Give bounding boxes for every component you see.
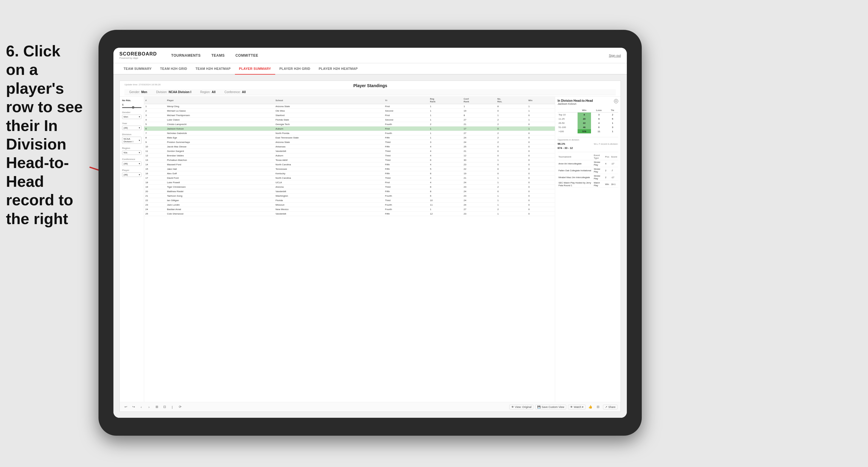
table-row[interactable]: 7 Nicholas Gabrelcik North Florida Fourt…: [144, 131, 555, 135]
player-section: Player (All) ▾: [122, 169, 142, 177]
dashboard: Update time: 27/03/2024 16:56:26 Player …: [119, 81, 621, 412]
h2h-rank-table: Win Loss Tie Top 10 8 3 2: [558, 108, 618, 133]
col-school: School: [274, 97, 384, 104]
table-row[interactable]: 19 Tiger Christensen Arizona Third 8 23 …: [144, 185, 555, 189]
no-rds-section: No Rds. 6: [122, 99, 142, 108]
sub-nav: TEAM SUMMARY TEAM H2H GRID TEAM H2H HEAT…: [114, 63, 627, 74]
table-row[interactable]: 21 Taehoon Song Washington Fourth 6 23 1…: [144, 194, 555, 198]
h2h-close-button[interactable]: ✕: [614, 99, 618, 103]
view-original-button[interactable]: 👁 View: Original: [509, 405, 533, 409]
table-row[interactable]: 8 Mats Ege East Tennessee State Fifth 1 …: [144, 135, 555, 140]
player-label: Player: [122, 169, 142, 172]
table-row[interactable]: 14 Maxwell Ford North Carolina Fifth 4 2…: [144, 162, 555, 167]
division-select[interactable]: NCAA Division I ▾: [122, 137, 142, 144]
separator-btn: |: [169, 404, 175, 410]
col-reg-rank: RegRank: [429, 97, 463, 104]
table-row[interactable]: 26-50 22 4 1: [558, 121, 618, 125]
h2h-col-tie: Tie: [607, 108, 618, 113]
col-conf-rank: ConfRank: [462, 97, 496, 104]
list-item[interactable]: SEC Match Play Hosted by Jerry Pata Roun…: [558, 181, 618, 188]
subnav-player-h2h-grid[interactable]: PLAYER H2H GRID: [275, 63, 315, 74]
table-row[interactable]: 10 Jacob Mac Diesse Arkansas Fifth 4 25 …: [144, 145, 555, 149]
region-select[interactable]: N/a ▾: [122, 150, 142, 155]
nav-committee[interactable]: COMMITTEE: [230, 48, 264, 63]
table-row[interactable]: 20 Matthew Riedel Vanderbilt Fifth 8 24 …: [144, 189, 555, 194]
col-tournament: Tournament: [558, 153, 593, 160]
table-row[interactable]: 25 Cole Sherwood Vanderbilt Fifth 12 23 …: [144, 212, 555, 216]
table-row[interactable]: 2 Michael La Sasso Ole Miss Second 1 19 …: [144, 108, 555, 113]
table-row[interactable]: >100 578 11 1: [558, 129, 618, 133]
dashboard-header: Update time: 27/03/2024 16:56:26 Player …: [120, 81, 621, 97]
col-yr: Yr: [384, 97, 429, 104]
table-row[interactable]: 12 Brendan Valdes Auburn Third 4 12 0 0: [144, 153, 555, 158]
table-row[interactable]: 11-25 20 9 5: [558, 117, 618, 121]
back-button[interactable]: ‹: [138, 404, 144, 410]
table-row[interactable]: 1 Wenyi Ding Arizona State First 1 1 8 1: [144, 104, 555, 108]
conference-select[interactable]: (All) ▾: [122, 161, 142, 166]
refresh-button[interactable]: ⟳: [177, 404, 183, 410]
nav-teams[interactable]: TEAMS: [206, 48, 230, 63]
list-item[interactable]: Amer Ari Intercollegiate Stroke Play 4 -…: [558, 160, 618, 167]
main-content: Update time: 27/03/2024 16:56:26 Player …: [114, 74, 627, 418]
gender-select[interactable]: Men ▾: [122, 115, 142, 119]
table-row[interactable]: 17 David Ford North Carolina Third 4 21 …: [144, 176, 555, 180]
save-custom-button[interactable]: 💾 Save Custom View: [535, 405, 566, 409]
copy-button[interactable]: ⊞: [154, 404, 160, 410]
h2h-col-rank: [558, 108, 578, 113]
table-row[interactable]: 6 Jackson Koivun Auburn First 1 17 0 1: [144, 127, 555, 131]
table-row[interactable]: 22 Ian Gilligan Florida Third 10 24 1 0: [144, 198, 555, 203]
table-row[interactable]: 51-100 46 6 3: [558, 125, 618, 129]
undo-button[interactable]: ↩: [123, 404, 129, 410]
watch-button[interactable]: 👁 Watch ▾: [568, 405, 586, 409]
table-row[interactable]: 5 Christo Lamprecht Georgia Tech Fourth …: [144, 122, 555, 127]
table-row[interactable]: 11 Gordon Sargent Vanderbilt Third 4 21 …: [144, 149, 555, 153]
col-no-rds: No.Rds.: [496, 97, 527, 104]
division-label: Division: [122, 133, 142, 136]
subnav-team-h2h-grid[interactable]: TEAM H2H GRID: [156, 63, 191, 74]
h2h-opponents-row: Opponents in division:: [558, 138, 618, 141]
paste-button[interactable]: ⊡: [161, 404, 167, 410]
subnav-player-summary[interactable]: PLAYER SUMMARY: [235, 63, 275, 74]
year-select[interactable]: (All) ▾: [122, 126, 142, 130]
col-win: Win: [527, 97, 555, 104]
thumbs-up-button[interactable]: 👍: [587, 404, 593, 410]
subnav-player-h2h-heatmap[interactable]: PLAYER H2H HEATMAP: [315, 63, 362, 74]
redo-button[interactable]: ↪: [130, 404, 136, 410]
nav-items: TOURNAMENTS TEAMS COMMITTEE: [166, 48, 609, 63]
nav-right: Sign out: [609, 54, 621, 57]
h2h-col-win: Win: [578, 108, 591, 113]
nav-tournaments[interactable]: TOURNAMENTS: [166, 48, 206, 63]
table-row[interactable]: 4 Luke Claton Florida State Second 1 27 …: [144, 118, 555, 122]
filter-conference: Conference: All: [224, 90, 246, 94]
region-label: Region: [122, 147, 142, 150]
h2h-panel: In Division Head-to-Head Jackson Koivun …: [555, 97, 621, 402]
no-rds-label: No Rds.: [122, 99, 142, 102]
subnav-team-h2h-heatmap[interactable]: TEAM H2H HEATMAP: [191, 63, 235, 74]
h2h-record-row: 674 - 33 - 12: [558, 147, 618, 150]
list-item[interactable]: Fallen Oak Collegiate Invitational Strok…: [558, 167, 618, 174]
filter-division: Division: NCAA Division I: [156, 90, 191, 94]
col-player: Player: [166, 97, 274, 104]
table-row[interactable]: 23 Jack Lundin Missouri Fourth 11 24 1 0: [144, 203, 555, 207]
year-label: Year: [122, 122, 142, 125]
no-rds-value: 6: [122, 103, 142, 106]
no-rds-slider[interactable]: [122, 107, 142, 108]
table-row[interactable]: Top 10 8 3 2: [558, 113, 618, 117]
table-row[interactable]: 24 Bastian Amat New Mexico Fourth 1 27 2…: [144, 207, 555, 212]
table-row[interactable]: 15 Jake Hall Tennessee Fifth 5 22 0 0: [144, 167, 555, 171]
subnav-team-summary[interactable]: TEAM SUMMARY: [119, 63, 156, 74]
grid-button[interactable]: ⊟: [595, 404, 601, 410]
share-button[interactable]: ↗ Share: [603, 405, 618, 409]
gender-section: Gender Men ▾: [122, 111, 142, 119]
logo-sub: Powered by clippi: [119, 57, 157, 59]
forward-button[interactable]: ›: [146, 404, 152, 410]
conference-section: Conference (All) ▾: [122, 158, 142, 166]
player-select[interactable]: (All) ▾: [122, 173, 142, 177]
table-row[interactable]: 9 Preston Summerhays Arizona State Third…: [144, 140, 555, 145]
table-row[interactable]: 13 Pichaikun Maichon Texas A&M Third 6 3…: [144, 158, 555, 162]
table-row[interactable]: 3 Michael Thorbjornsen Stanford First 1 …: [144, 113, 555, 118]
list-item[interactable]: Mirabel Maui Jim Intercollegiate Stroke …: [558, 174, 618, 181]
sign-out-link[interactable]: Sign out: [609, 54, 621, 57]
table-row[interactable]: 16 Alex Goff Kentucky Fifth 8 19 0 0: [144, 171, 555, 176]
table-row[interactable]: 18 Luke Powell UCLA First 4 24 1 0: [144, 180, 555, 185]
